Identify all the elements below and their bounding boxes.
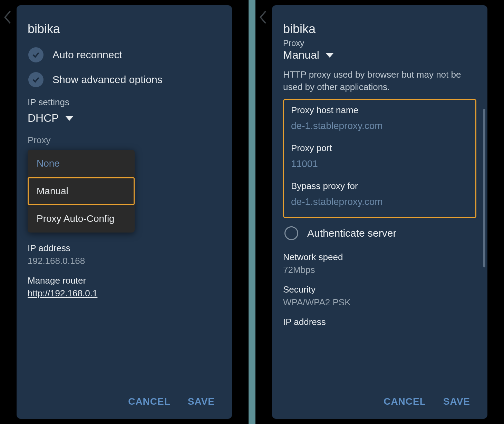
proxy-helper-text: HTTP proxy used by browser but may not b… (283, 68, 476, 93)
wifi-settings-dialog: bibika Auto reconnect Show advanced opti… (17, 5, 232, 419)
bypass-label: Bypass proxy for (291, 181, 468, 191)
dialog-title: bibika (283, 22, 476, 36)
proxy-option-none[interactable]: None (28, 150, 135, 177)
security-block: Security WPA/WPA2 PSK (283, 284, 476, 308)
checkmark-icon (28, 47, 43, 62)
scrollbar[interactable] (483, 109, 485, 267)
ip-settings-value: DHCP (28, 112, 59, 125)
back-chevron-icon (3, 10, 12, 26)
proxy-value: Manual (283, 49, 319, 61)
auto-reconnect-label: Auto reconnect (52, 49, 122, 61)
chevron-down-icon (65, 116, 74, 121)
proxy-section-label: Proxy (283, 38, 476, 48)
proxy-port-input[interactable] (291, 157, 468, 173)
network-speed-block: Network speed 72Mbps (283, 252, 476, 275)
back-chevron-icon (258, 10, 268, 26)
proxy-host-label: Proxy host name (291, 105, 468, 116)
show-advanced-label: Show advanced options (52, 74, 163, 86)
bypass-input[interactable] (291, 195, 468, 211)
manage-router-link[interactable]: http://192.168.0.1 (28, 288, 221, 299)
ip-address-block: IP address 192.168.0.168 (28, 243, 221, 266)
cancel-button[interactable]: CANCEL (384, 396, 426, 407)
network-speed-label: Network speed (283, 252, 476, 263)
bypass-proxy-field: Bypass proxy for (291, 181, 468, 211)
proxy-option-pac[interactable]: Proxy Auto-Config (28, 205, 135, 233)
authenticate-server-row[interactable]: Authenticate server (284, 226, 476, 240)
proxy-dropdown-menu: None Manual Proxy Auto-Config (28, 150, 135, 233)
network-speed-value: 72Mbps (283, 265, 476, 275)
dialog-title: bibika (28, 22, 221, 36)
manage-router-block[interactable]: Manage router http://192.168.0.1 (28, 275, 221, 299)
save-button[interactable]: SAVE (443, 396, 470, 407)
ip-address-value: 192.168.0.168 (28, 256, 221, 266)
show-advanced-row[interactable]: Show advanced options (28, 72, 221, 87)
manage-router-label: Manage router (28, 275, 221, 286)
chevron-down-icon (326, 53, 334, 58)
ip-address-label: IP address (283, 317, 476, 327)
proxy-port-field: Proxy port (291, 143, 468, 173)
authenticate-server-label: Authenticate server (307, 227, 396, 239)
save-button[interactable]: SAVE (188, 396, 215, 407)
dialog-actions: CANCEL SAVE (283, 386, 476, 419)
right-panel: bibika Proxy Manual HTTP proxy used by b… (255, 0, 504, 424)
cancel-button[interactable]: CANCEL (128, 396, 171, 407)
proxy-label: Proxy (28, 135, 221, 146)
ip-address-label: IP address (28, 243, 221, 254)
left-panel: bibika Auto reconnect Show advanced opti… (0, 0, 249, 424)
security-label: Security (283, 284, 476, 295)
security-value: WPA/WPA2 PSK (283, 297, 476, 308)
proxy-host-input[interactable] (291, 119, 468, 135)
ip-settings-dropdown[interactable]: DHCP (28, 112, 221, 125)
dialog-actions: CANCEL SAVE (28, 386, 221, 419)
checkmark-icon (28, 72, 43, 87)
auto-reconnect-row[interactable]: Auto reconnect (28, 47, 221, 62)
proxy-fields-group: Proxy host name Proxy port Bypass proxy … (283, 99, 476, 218)
proxy-option-manual[interactable]: Manual (28, 177, 135, 205)
radio-icon (284, 226, 298, 240)
wifi-proxy-dialog: bibika Proxy Manual HTTP proxy used by b… (272, 5, 487, 419)
ip-settings-label: IP settings (28, 97, 221, 108)
proxy-port-label: Proxy port (291, 143, 468, 154)
proxy-host-field: Proxy host name (291, 105, 468, 135)
proxy-dropdown[interactable]: Manual (283, 49, 476, 61)
panel-divider (249, 0, 255, 424)
